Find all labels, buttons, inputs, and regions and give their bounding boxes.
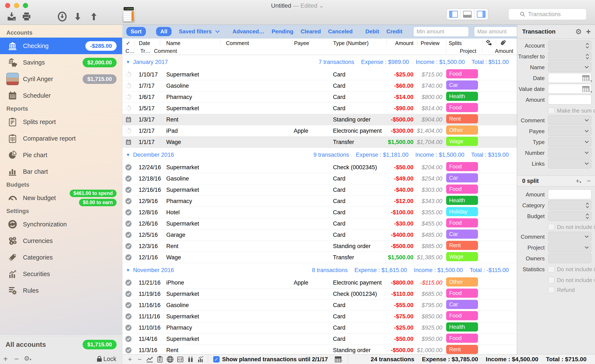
category-badge[interactable]: Food xyxy=(446,218,478,228)
transaction-row[interactable]: 12/24/16SupermarketCheck (0002345)-$50.0… xyxy=(122,162,517,173)
disclosure-triangle-icon[interactable]: ▼ xyxy=(126,152,130,157)
remove-transaction-button[interactable]: − xyxy=(135,356,145,363)
category-badge[interactable]: Other xyxy=(446,126,478,135)
split-field-checkbox[interactable] xyxy=(548,277,554,283)
transaction-row[interactable]: 11/19/16SupermarketCheck (0001234)-$110.… xyxy=(122,288,517,300)
inspector-add-icon[interactable]: + xyxy=(586,27,591,36)
col-payee[interactable]: Payee xyxy=(294,40,309,47)
download-circle-icon[interactable] xyxy=(55,11,70,22)
transaction-row[interactable]: 12/9/16PharmacyCard-$12.00$343.00Health xyxy=(122,196,517,207)
currency-statement-icon[interactable]: € xyxy=(175,355,185,363)
transaction-row[interactable]: 1/10/17SupermarketCard-$25.00$715.00Food xyxy=(122,69,517,80)
category-badge[interactable]: Food xyxy=(446,289,478,298)
import-icon[interactable] xyxy=(4,11,19,22)
category-badge[interactable]: Holiday xyxy=(446,207,478,216)
category-badge[interactable]: Health xyxy=(446,196,478,205)
lock-button[interactable]: Lock xyxy=(97,356,116,363)
inspector-field-name-dropdown[interactable] xyxy=(548,62,591,72)
add-transaction-button[interactable]: + xyxy=(125,356,135,363)
transaction-row[interactable]: 11/21/16iPhoneAppleElectronic payment-$8… xyxy=(122,277,517,288)
col-preview[interactable]: Preview xyxy=(421,40,439,47)
toggle-left-sidebar[interactable] xyxy=(447,9,460,20)
subcol-project[interactable]: Project xyxy=(450,48,476,54)
inspector-field-payee-dropdown[interactable] xyxy=(548,126,591,136)
category-badge[interactable]: Wage xyxy=(446,252,478,261)
split-field-comment-dropdown[interactable] xyxy=(548,232,591,242)
transaction-row[interactable]: 11/10/16PharmacyCard-$25.00$925.00Health xyxy=(122,322,517,333)
chevron-down-icon[interactable] xyxy=(584,235,589,238)
sidebar-item-splits-report[interactable]: Splits report xyxy=(0,114,122,130)
title-chevron-down-icon[interactable]: ⌄ xyxy=(319,2,324,9)
subcol-c[interactable]: C… xyxy=(126,48,135,54)
split-field-category-stepper[interactable] xyxy=(548,200,591,210)
print-icon[interactable] xyxy=(19,11,34,22)
remove-account-button[interactable]: − xyxy=(11,354,22,364)
col-checked[interactable]: ✓ xyxy=(126,40,130,47)
sidebar-item-currencies[interactable]: €¥£$Currencies xyxy=(0,233,122,249)
calendar-picker-icon[interactable]: ▾ xyxy=(582,75,589,81)
transaction-row[interactable]: 12/18/16GasolineCard-$49.00$254.00Car xyxy=(122,173,517,184)
group-header[interactable]: ▼December 20169 transactionsExpense : $1… xyxy=(122,148,517,162)
transaction-row[interactable]: 11/16/16GasolineCard-$55.00$795.00Car xyxy=(122,300,517,311)
category-badge[interactable]: Rent xyxy=(446,241,478,250)
picker-caret-icon[interactable]: ▾ xyxy=(590,90,592,94)
chevron-down-icon[interactable] xyxy=(584,140,589,143)
category-badge[interactable]: Rent xyxy=(446,114,478,123)
transaction-row[interactable]: 12/5/16GarageCard-$400.00$485.00Car xyxy=(122,229,517,241)
transaction-row[interactable]: 1/7/17GasolineCard-$60.00$740.00Car xyxy=(122,80,517,92)
sidebar-item-checking[interactable]: Checking-$285.00 xyxy=(0,38,122,54)
inspector-field-links-dropdown[interactable] xyxy=(548,159,591,168)
inspector-field-transfer-to-stepper[interactable] xyxy=(548,51,591,61)
category-badge[interactable]: Health xyxy=(446,322,478,331)
chevron-down-icon[interactable] xyxy=(584,129,589,133)
category-badge[interactable]: Wage xyxy=(446,137,478,146)
group-header[interactable]: ▼November 20168 transactionsExpense : $1… xyxy=(122,263,517,277)
search-field[interactable] xyxy=(508,8,587,20)
split-field-checkbox[interactable] xyxy=(548,287,554,293)
show-planned-checkbox[interactable]: ✓ xyxy=(213,356,220,363)
app-calculator-icon[interactable]: 3.141593 xyxy=(122,6,135,22)
stats-chart-icon[interactable] xyxy=(196,355,206,363)
category-badge[interactable]: Food xyxy=(446,334,478,343)
split-field-project-dropdown[interactable] xyxy=(548,243,591,252)
filter-debit-button[interactable]: Debit xyxy=(365,28,379,35)
sidebar-item-synchronization[interactable]: Synchronization xyxy=(0,216,122,233)
transaction-row[interactable]: 1/1/17WageTransfer$1,500.00$1,704.00Wage xyxy=(122,136,517,148)
toggle-bottom-bar[interactable] xyxy=(460,9,474,20)
sort-button[interactable]: Sort xyxy=(126,27,146,36)
advanced-filter-button[interactable]: Advanced… xyxy=(233,28,264,35)
transaction-row[interactable]: 11/4/16SupermarketCard-$50.00$950.00Food xyxy=(122,333,517,345)
category-badge[interactable]: Health xyxy=(446,92,478,101)
saved-filters-chevron-icon[interactable] xyxy=(215,30,220,33)
inspector-field-value-date-date[interactable]: ▾ xyxy=(548,84,591,94)
min-amount-input[interactable] xyxy=(413,27,469,36)
stepper-icon[interactable] xyxy=(585,42,589,49)
split-field-checkbox[interactable] xyxy=(548,224,554,230)
subcol-amount[interactable]: Amount xyxy=(487,48,513,54)
sidebar-item-securities[interactable]: Securities xyxy=(0,266,122,282)
chevron-down-icon[interactable] xyxy=(584,66,589,69)
category-badge[interactable]: Rent xyxy=(446,345,478,354)
inspector-field-number-dropdown[interactable] xyxy=(548,148,591,157)
planned-horizon-calendar-icon[interactable] xyxy=(333,355,344,363)
inspector-field-account-stepper[interactable] xyxy=(548,41,591,50)
transaction-row[interactable]: 11/3/16RentStanding order-$500.00$1,000.… xyxy=(122,345,517,354)
stepper-icon[interactable] xyxy=(585,202,589,209)
transaction-row[interactable]: 1/2/17iPadAppleElectronic payment-$300.0… xyxy=(122,125,517,136)
sidebar-item-cyril-anger[interactable]: Cyril Anger$1,715.00 xyxy=(0,71,122,87)
category-badge[interactable]: Food xyxy=(446,69,478,78)
move-down-icon[interactable] xyxy=(70,11,86,22)
col-name[interactable]: Name xyxy=(166,40,180,47)
add-split-button[interactable]: +▾ xyxy=(576,177,581,185)
filter-all-button[interactable]: All xyxy=(156,27,172,36)
filter-canceled-button[interactable]: Canceled xyxy=(328,28,353,35)
web-icon[interactable] xyxy=(165,355,175,363)
sidebar-item-scheduler[interactable]: Scheduler xyxy=(0,87,122,104)
split-field-owners-plain[interactable] xyxy=(548,253,591,263)
col-splits[interactable]: Splits xyxy=(449,40,462,47)
inspector-field-amount-input[interactable] xyxy=(548,95,591,105)
category-badge[interactable]: Car xyxy=(446,300,478,309)
inspector-field-comment-dropdown[interactable] xyxy=(548,115,591,125)
sidebar-item-comparative-report[interactable]: Comparative report xyxy=(0,130,122,147)
filter-pending-button[interactable]: Pending xyxy=(272,28,293,35)
